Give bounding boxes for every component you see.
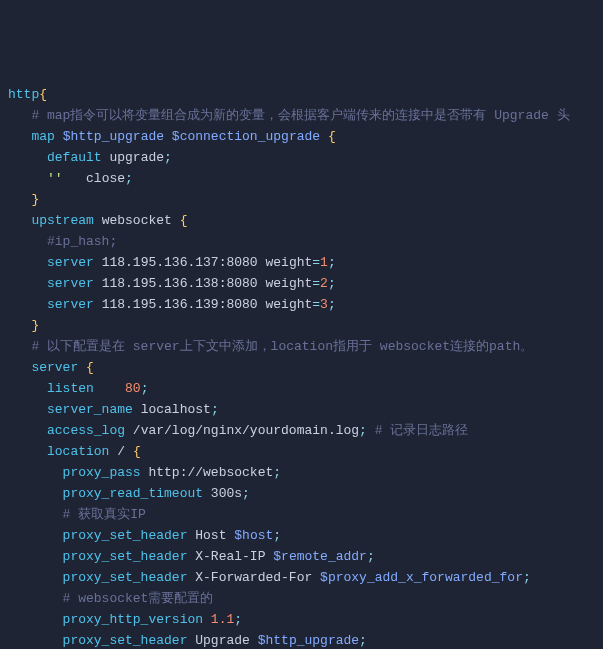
var: $connection_upgrade: [172, 129, 320, 144]
brace: {: [86, 360, 94, 375]
semi: ;: [328, 297, 336, 312]
semi: ;: [359, 633, 367, 648]
dir: access_log: [47, 423, 125, 438]
comment: # 记录日志路径: [375, 423, 469, 438]
dir: upstream: [31, 213, 93, 228]
dir: proxy_set_header: [63, 549, 188, 564]
line: upstream websocket {: [8, 213, 187, 228]
path: /: [117, 444, 125, 459]
dir: proxy_set_header: [63, 528, 188, 543]
line: server 118.195.136.137:8080 weight=1;: [8, 255, 336, 270]
val: upgrade: [109, 150, 164, 165]
val: close: [86, 171, 125, 186]
brace: {: [133, 444, 141, 459]
dir: proxy_set_header: [63, 633, 188, 648]
line: proxy_pass http://websocket;: [8, 465, 281, 480]
semi: ;: [359, 423, 367, 438]
semi: ;: [211, 402, 219, 417]
dir: server: [47, 276, 94, 291]
var: $host: [234, 528, 273, 543]
line: # map指令可以将变量组合成为新的变量，会根据客户端传来的连接中是否带有 Up…: [8, 108, 570, 123]
semi: ;: [328, 255, 336, 270]
dir: server_name: [47, 402, 133, 417]
line: listen 80;: [8, 381, 148, 396]
num: 3: [320, 297, 328, 312]
str: '': [47, 171, 63, 186]
line: default upgrade;: [8, 150, 172, 165]
line: # websocket需要配置的: [8, 591, 213, 606]
eq: =: [312, 276, 320, 291]
hdr: Upgrade: [195, 633, 250, 648]
hdr: X-Forwarded-For: [195, 570, 312, 585]
dir: listen: [47, 381, 94, 396]
dir: http: [8, 87, 39, 102]
var: $http_upgrade: [258, 633, 359, 648]
line: }: [8, 192, 39, 207]
line: }: [8, 318, 39, 333]
comment: # map指令可以将变量组合成为新的变量，会根据客户端传来的连接中是否带有 Up…: [31, 108, 569, 123]
line: proxy_set_header Host $host;: [8, 528, 281, 543]
num: 1.1: [211, 612, 234, 627]
line: proxy_http_version 1.1;: [8, 612, 242, 627]
dir: server: [31, 360, 78, 375]
dir: proxy_set_header: [63, 570, 188, 585]
semi: ;: [141, 381, 149, 396]
eq: =: [312, 255, 320, 270]
line: proxy_set_header X-Real-IP $remote_addr;: [8, 549, 375, 564]
var: $proxy_add_x_forwarded_for: [320, 570, 523, 585]
semi: ;: [164, 150, 172, 165]
hdr: X-Real-IP: [195, 549, 265, 564]
dir: proxy_pass: [63, 465, 141, 480]
line: access_log /var/log/nginx/yourdomain.log…: [8, 423, 468, 438]
line: server 118.195.136.139:8080 weight=3;: [8, 297, 336, 312]
line: # 获取真实IP: [8, 507, 146, 522]
line: http{: [8, 87, 47, 102]
comment: #ip_hash;: [47, 234, 117, 249]
brace: {: [180, 213, 188, 228]
comment: # websocket需要配置的: [63, 591, 214, 606]
val: 300s: [211, 486, 242, 501]
line: server {: [8, 360, 94, 375]
var: $remote_addr: [273, 549, 367, 564]
brace: {: [39, 87, 47, 102]
line: map $http_upgrade $connection_upgrade {: [8, 129, 336, 144]
semi: ;: [273, 528, 281, 543]
num: 80: [125, 381, 141, 396]
semi: ;: [273, 465, 281, 480]
host: 118.195.136.138:8080: [102, 276, 258, 291]
name: websocket: [102, 213, 172, 228]
comment: # 以下配置是在 server上下文中添加，location指用于 websoc…: [31, 339, 533, 354]
opt: weight: [265, 297, 312, 312]
brace: }: [31, 318, 39, 333]
semi: ;: [242, 486, 250, 501]
num: 1: [320, 255, 328, 270]
num: 2: [320, 276, 328, 291]
comment: # 获取真实IP: [63, 507, 146, 522]
semi: ;: [367, 549, 375, 564]
opt: weight: [265, 276, 312, 291]
line: #ip_hash;: [8, 234, 117, 249]
dir: location: [47, 444, 109, 459]
semi: ;: [328, 276, 336, 291]
semi: ;: [234, 612, 242, 627]
brace: }: [31, 192, 39, 207]
code-block: http{ # map指令可以将变量组合成为新的变量，会根据客户端传来的连接中是…: [0, 84, 603, 649]
hdr: Host: [195, 528, 226, 543]
val: localhost: [141, 402, 211, 417]
line: proxy_set_header Upgrade $http_upgrade;: [8, 633, 367, 648]
semi: ;: [523, 570, 531, 585]
line: proxy_set_header X-Forwarded-For $proxy_…: [8, 570, 531, 585]
url: http://websocket: [148, 465, 273, 480]
dir: server: [47, 297, 94, 312]
semi: ;: [125, 171, 133, 186]
dir: map: [31, 129, 54, 144]
line: server 118.195.136.138:8080 weight=2;: [8, 276, 336, 291]
line: '' close;: [8, 171, 133, 186]
dir: proxy_http_version: [63, 612, 203, 627]
dir: server: [47, 255, 94, 270]
line: proxy_read_timeout 300s;: [8, 486, 250, 501]
path: /var/log/nginx/yourdomain.log: [133, 423, 359, 438]
var: $http_upgrade: [63, 129, 164, 144]
line: location / {: [8, 444, 141, 459]
host: 118.195.136.137:8080: [102, 255, 258, 270]
